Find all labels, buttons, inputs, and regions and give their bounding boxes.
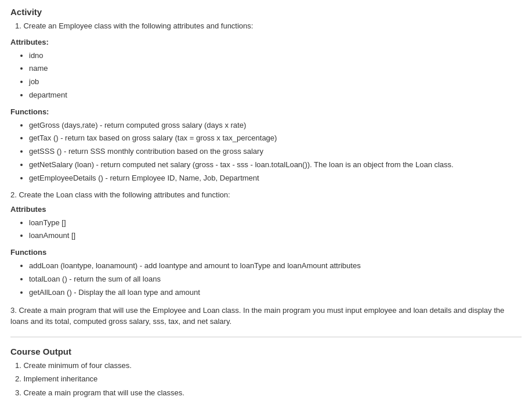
- functions-list: getGross (days,rate) - return computed g…: [10, 120, 522, 185]
- section-divider: [10, 337, 522, 337]
- course-output-list: 1. Create minimum of four classes. 2. Im…: [10, 360, 522, 399]
- list-item: 1. Create minimum of four classes.: [15, 360, 522, 372]
- list-item: 3. Create a main program that will use t…: [15, 387, 522, 399]
- loan-intro: 2. Create the Loan class with the follow…: [10, 190, 522, 199]
- activity-intro-item: 1. Create an Employee class with the fol…: [15, 20, 522, 32]
- list-item: name: [29, 63, 522, 75]
- loan-attributes-list: loanType [] loanAmount []: [10, 217, 522, 243]
- list-item: job: [29, 76, 522, 88]
- course-output-title: Course Output: [10, 347, 522, 356]
- list-item: loanType []: [29, 217, 522, 229]
- list-item: totalLoan () - return the sum of all loa…: [29, 273, 522, 286]
- attributes-heading: Attributes:: [10, 38, 522, 46]
- list-item: getNetSalary (loan) - return computed ne…: [29, 159, 522, 171]
- page-container: Activity 1. Create an Employee class wit…: [0, 0, 532, 411]
- activity-intro-list: 1. Create an Employee class with the fol…: [10, 20, 522, 32]
- list-item: addLoan (loantype, loanamount) - add loa…: [29, 260, 522, 272]
- list-item: 2. Implement inheritance: [15, 373, 522, 385]
- attributes-list: idno name job department: [10, 50, 522, 102]
- list-item: getTax () - return tax based on gross sa…: [29, 132, 522, 145]
- list-item: loanAmount []: [29, 230, 522, 242]
- functions-heading: Functions:: [10, 107, 522, 116]
- list-item: getSSS () - return SSS monthly contribut…: [29, 146, 522, 158]
- loan-functions-heading: Functions: [10, 248, 522, 257]
- main-program-text: 3. Create a main program that will use t…: [10, 305, 522, 327]
- list-item: idno: [29, 50, 522, 62]
- list-item: getGross (days,rate) - return computed g…: [29, 120, 522, 132]
- course-output-section: Course Output 1. Create minimum of four …: [10, 347, 522, 399]
- list-item: getEmployeeDetails () - return Employee …: [29, 172, 522, 185]
- list-item: getAllLoan () - Display the all loan typ…: [29, 287, 522, 299]
- activity-title: Activity: [10, 7, 522, 17]
- loan-attributes-heading: Attributes: [10, 205, 522, 214]
- list-item: department: [29, 89, 522, 102]
- loan-functions-list: addLoan (loantype, loanamount) - add loa…: [10, 260, 522, 298]
